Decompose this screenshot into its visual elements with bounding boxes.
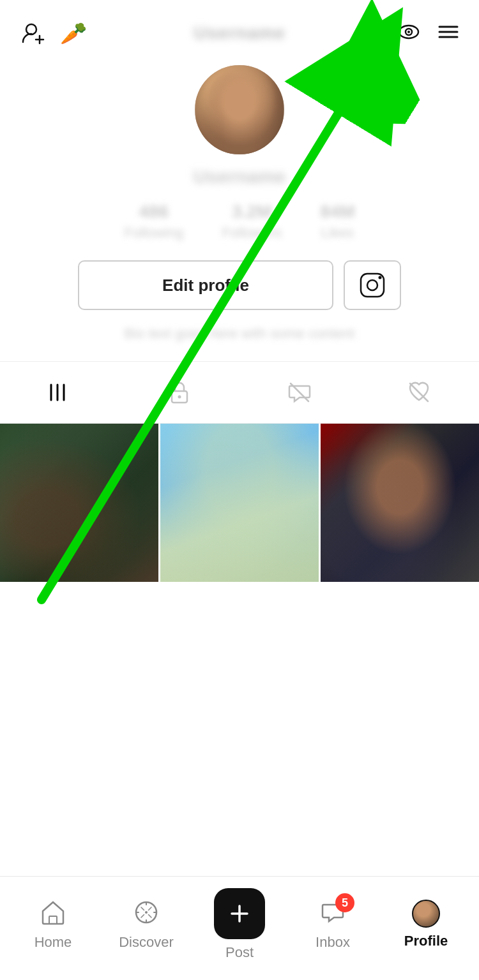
menu-icon[interactable] bbox=[436, 19, 461, 47]
instagram-button[interactable] bbox=[344, 260, 401, 310]
stat-following[interactable]: 486 Following bbox=[124, 202, 183, 241]
likes-count: 84M bbox=[320, 202, 354, 222]
action-buttons: Edit profile bbox=[19, 260, 460, 310]
add-user-button[interactable] bbox=[18, 18, 49, 48]
top-bar-right bbox=[396, 19, 461, 47]
profile-section: Username 486 Following 3.2M Followers 84… bbox=[0, 59, 479, 361]
photo-cell-2[interactable] bbox=[160, 424, 319, 582]
top-bar: 🥕 Username bbox=[0, 0, 479, 59]
following-label: Following bbox=[124, 225, 183, 241]
profile-username: Username bbox=[193, 166, 285, 188]
edit-profile-button[interactable]: Edit profile bbox=[78, 260, 333, 310]
photo-cell-3[interactable] bbox=[321, 424, 479, 582]
svg-line-18 bbox=[410, 383, 428, 401]
eye-icon[interactable] bbox=[396, 19, 422, 47]
username-title: Username bbox=[194, 23, 285, 43]
followers-label: Followers bbox=[222, 225, 282, 241]
home-label: Home bbox=[34, 934, 72, 951]
top-bar-left: 🥕 bbox=[18, 18, 87, 48]
stat-followers[interactable]: 3.2M Followers bbox=[222, 202, 282, 241]
stat-likes[interactable]: 84M Likes bbox=[320, 202, 354, 241]
nav-profile[interactable]: Profile bbox=[388, 900, 464, 949]
nav-post[interactable]: Post bbox=[201, 888, 278, 961]
inbox-badge: 5 bbox=[335, 893, 354, 912]
tab-replies-off[interactable] bbox=[273, 373, 326, 412]
svg-point-24 bbox=[145, 911, 148, 914]
followers-count: 3.2M bbox=[232, 202, 271, 222]
svg-point-16 bbox=[178, 396, 181, 399]
inbox-label: Inbox bbox=[316, 934, 350, 951]
content-tabs bbox=[0, 361, 479, 424]
profile-label: Profile bbox=[404, 933, 448, 949]
svg-point-0 bbox=[26, 24, 36, 34]
profile-nav-icon bbox=[412, 900, 440, 928]
svg-rect-22 bbox=[49, 916, 57, 924]
svg-point-11 bbox=[379, 276, 382, 279]
photo-grid bbox=[0, 424, 479, 582]
post-icon bbox=[214, 888, 265, 939]
bottom-nav: Home Discover Post bbox=[0, 876, 479, 980]
inbox-icon: 5 bbox=[319, 898, 347, 929]
tab-private[interactable] bbox=[153, 373, 206, 412]
likes-label: Likes bbox=[321, 225, 354, 241]
home-icon bbox=[39, 898, 67, 929]
discover-icon bbox=[132, 898, 160, 929]
following-count: 486 bbox=[139, 202, 169, 222]
carrot-icon[interactable]: 🥕 bbox=[60, 20, 87, 46]
profile-bio: Bio text goes here with some content bbox=[42, 325, 438, 342]
stats-row: 486 Following 3.2M Followers 84M Likes bbox=[19, 202, 460, 241]
nav-inbox[interactable]: 5 Inbox bbox=[294, 898, 371, 951]
tab-likes-off[interactable] bbox=[392, 373, 446, 412]
nav-home[interactable]: Home bbox=[15, 898, 91, 951]
post-label: Post bbox=[225, 944, 254, 961]
svg-point-10 bbox=[367, 280, 377, 290]
photo-cell-1[interactable] bbox=[0, 424, 158, 582]
svg-point-5 bbox=[407, 31, 410, 33]
tab-grid[interactable] bbox=[33, 373, 87, 412]
avatar[interactable] bbox=[195, 65, 284, 154]
discover-label: Discover bbox=[119, 934, 174, 951]
nav-discover[interactable]: Discover bbox=[108, 898, 185, 951]
